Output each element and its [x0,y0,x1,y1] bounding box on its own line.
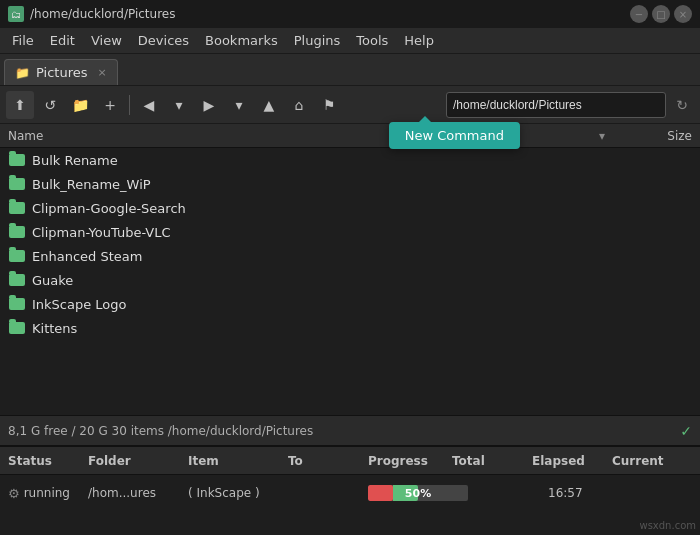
app-icon: 🗂 [8,6,24,22]
list-item[interactable]: Clipman-YouTube-VLC [0,220,700,244]
statusbar: 8,1 G free / 20 G 30 items /home/ducklor… [0,415,700,445]
progress-text: 50% [368,487,468,500]
menubar-item-bookmarks[interactable]: Bookmarks [197,30,286,51]
close-button[interactable]: × [674,5,692,23]
tab-pictures[interactable]: 📁 Pictures × [4,59,118,85]
list-item[interactable]: InkScape Logo [0,292,700,316]
col-current: Current [612,454,692,468]
item-cell: ( InkScape ) [188,486,288,500]
addressbar-container: ↻ [446,92,694,118]
list-item[interactable]: Clipman-Google-Search [0,196,700,220]
toolbar-forward-dropdown[interactable]: ▾ [225,91,253,119]
toolbar-back-dropdown[interactable]: ▾ [165,91,193,119]
toolbar-back-button[interactable]: ◀ [135,91,163,119]
progress-bar: 50% [368,485,468,501]
file-name: Clipman-Google-Search [32,201,186,216]
tab-close-button[interactable]: × [97,66,106,79]
folder-icon [8,272,26,288]
transfer-header: Status Folder Item To Progress Total Ela… [0,447,700,475]
col-status: Status [8,454,88,468]
list-item[interactable]: Bulk_Rename_WiP [0,172,700,196]
watermark: wsxdn.com [639,520,696,531]
elapsed-cell: 16:57 [548,486,628,500]
menubar-item-help[interactable]: Help [396,30,442,51]
folder-icon [8,200,26,216]
folder-cell: /hom...ures [88,486,188,500]
folder-icon [8,152,26,168]
filelist-header: Name ▾ Size [0,124,700,148]
titlebar: 🗂 /home/ducklord/Pictures − □ × [0,0,700,28]
toolbar: ⬆ ↺ 📁 + ◀ ▾ ▶ ▾ ▲ ⌂ ⚑ ↻ New Command [0,86,700,124]
col-total: Total [452,454,532,468]
statusbar-info: 8,1 G free / 20 G 30 items /home/ducklor… [8,424,313,438]
addressbar-input[interactable] [446,92,666,118]
main-area: Name ▾ Size Bulk Rename Bulk_Rename_WiP … [0,124,700,415]
menubar-item-file[interactable]: File [4,30,42,51]
transfer-row: ⚙ running /hom...ures ( InkScape ) 50% 1… [0,475,700,511]
file-name: Bulk Rename [32,153,118,168]
menubar-item-plugins[interactable]: Plugins [286,30,349,51]
file-name: Enhanced Steam [32,249,142,264]
filelist-items: Bulk Rename Bulk_Rename_WiP Clipman-Goog… [0,148,700,340]
toolbar-forward-button[interactable]: ▶ [195,91,223,119]
col-folder: Folder [88,454,188,468]
toolbar-up-button2[interactable]: ▲ [255,91,283,119]
col-to: To [288,454,368,468]
toolbar-separator-1 [129,95,130,115]
maximize-button[interactable]: □ [652,5,670,23]
titlebar-left: 🗂 /home/ducklord/Pictures [8,6,175,22]
folder-icon [8,176,26,192]
menubar-item-devices[interactable]: Devices [130,30,197,51]
titlebar-controls[interactable]: − □ × [630,5,692,23]
file-name: Kittens [32,321,77,336]
filelist: Name ▾ Size Bulk Rename Bulk_Rename_WiP … [0,124,700,415]
menubar-item-tools[interactable]: Tools [348,30,396,51]
toolbar-home-button[interactable]: ⌂ [285,91,313,119]
toolbar-add-button[interactable]: + [96,91,124,119]
file-name: Clipman-YouTube-VLC [32,225,171,240]
toolbar-new-folder-button[interactable]: 📁 [66,91,94,119]
col-item: Item [188,454,288,468]
toolbar-reload-button[interactable]: ↺ [36,91,64,119]
tab-label: Pictures [36,65,87,80]
progress-cell: 50% [368,485,468,501]
folder-icon [8,296,26,312]
titlebar-title: /home/ducklord/Pictures [30,7,175,21]
list-item[interactable]: Bulk Rename [0,148,700,172]
folder-icon [8,320,26,336]
tabbar: 📁 Pictures × [0,54,700,86]
column-header-size: Size [612,129,692,143]
transfer-panel: Status Folder Item To Progress Total Ela… [0,445,700,535]
toolbar-up-button[interactable]: ⬆ [6,91,34,119]
menubar: FileEditViewDevicesBookmarksPluginsTools… [0,28,700,54]
list-item[interactable]: Guake [0,268,700,292]
refresh-button[interactable]: ↻ [670,93,694,117]
menubar-item-view[interactable]: View [83,30,130,51]
folder-icon [8,248,26,264]
file-name: Bulk_Rename_WiP [32,177,151,192]
tab-folder-icon: 📁 [15,66,30,80]
statusbar-check-icon: ✓ [680,423,692,439]
toolbar-bookmark-button[interactable]: ⚑ [315,91,343,119]
menubar-item-edit[interactable]: Edit [42,30,83,51]
folder-icon [8,224,26,240]
minimize-button[interactable]: − [630,5,648,23]
new-command-tooltip: New Command [389,122,520,149]
col-elapsed: Elapsed [532,454,612,468]
list-item[interactable]: Kittens [0,316,700,340]
status-cell: ⚙ running [8,486,88,501]
list-item[interactable]: Enhanced Steam [0,244,700,268]
column-filter-icon[interactable]: ▾ [592,129,612,143]
file-name: Guake [32,273,73,288]
col-progress: Progress [368,454,452,468]
new-command-label: New Command [405,128,504,143]
gear-icon: ⚙ [8,486,20,501]
file-name: InkScape Logo [32,297,127,312]
status-label: running [24,486,70,500]
